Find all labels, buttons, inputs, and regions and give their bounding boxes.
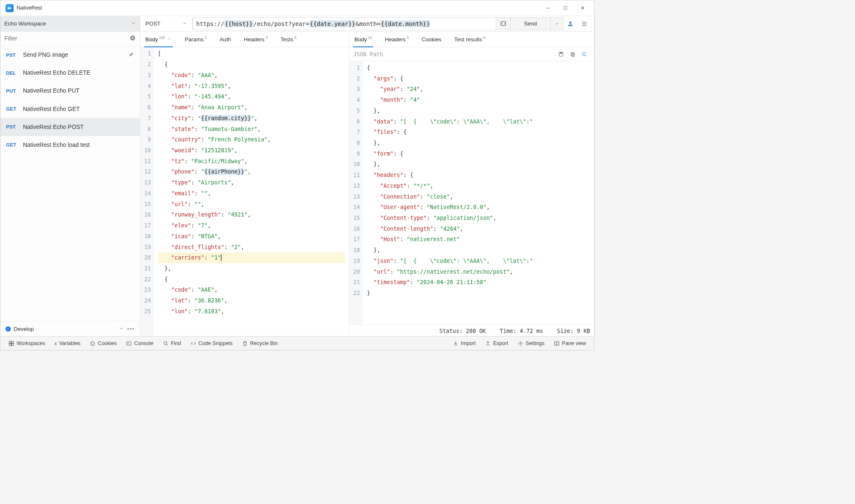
request-name: NativeRest Echo load test <box>23 141 134 148</box>
tab-resp-headers[interactable]: Headers 5 <box>384 32 410 47</box>
request-item[interactable]: DELNativeRest Echo DELETE <box>0 64 140 82</box>
save-icon[interactable] <box>555 51 567 57</box>
send-button[interactable]: Send <box>511 17 551 30</box>
generate-code-icon[interactable] <box>496 17 511 30</box>
minimize-button[interactable]: ─ <box>539 2 557 14</box>
request-name: NativeRest Echo POST <box>23 123 134 130</box>
account-icon[interactable] <box>564 17 577 30</box>
sidebar: PSTSend PNG imageDELNativeRest Echo DELE… <box>0 32 140 336</box>
bb-settings[interactable]: Settings <box>513 340 549 347</box>
svg-rect-5 <box>571 53 574 55</box>
request-list: PSTSend PNG imageDELNativeRest Echo DELE… <box>0 46 140 321</box>
response-pane: Body 24 Headers 5 Cookies Test results 8 <box>349 32 594 336</box>
method-label: POST <box>145 20 160 27</box>
send-dropdown[interactable] <box>551 17 564 30</box>
request-item[interactable]: PSTSend PNG image <box>0 46 140 64</box>
bb-variables[interactable]: xVariables <box>50 340 85 347</box>
svg-rect-6 <box>572 53 574 56</box>
request-item[interactable]: GETNativeRest Echo GET <box>0 100 140 118</box>
bb-workspaces[interactable]: Workspaces <box>4 340 50 347</box>
format-icon[interactable] <box>579 51 590 57</box>
svg-rect-7 <box>9 341 11 343</box>
request-name: Send PNG image <box>23 52 129 58</box>
tab-resp-cookies[interactable]: Cookies <box>420 32 443 47</box>
bottombar: Workspaces xVariables Cookies Console Fi… <box>0 336 594 350</box>
tab-headers[interactable]: Headers 3 <box>243 32 269 47</box>
bb-snippets[interactable]: Code Snippets <box>186 340 238 347</box>
app-icon <box>5 4 13 12</box>
svg-point-14 <box>93 342 94 343</box>
svg-rect-15 <box>127 342 131 345</box>
app-title: NativeRest <box>17 5 42 11</box>
svg-point-16 <box>164 341 167 344</box>
maximize-button[interactable]: ☐ <box>557 2 574 14</box>
bb-console[interactable]: Console <box>121 340 158 347</box>
bb-export[interactable]: Export <box>481 340 513 347</box>
request-name: NativeRest Echo DELETE <box>23 70 134 76</box>
workspace-name: Echo Workspace <box>4 20 46 27</box>
request-pane: Body 192 Params 2 Auth Headers 3 <box>140 32 349 336</box>
svg-rect-4 <box>560 52 562 53</box>
tab-resp-tests[interactable]: Test results 8 <box>453 32 486 47</box>
app-window: NativeRest ─ ☐ ✕ Echo Workspace POST htt… <box>0 0 594 350</box>
bb-paneview[interactable]: Pane view <box>549 340 590 347</box>
request-method: PST <box>6 52 23 58</box>
svg-rect-9 <box>9 343 11 345</box>
chevron-down-icon <box>167 36 172 43</box>
add-request-button[interactable] <box>129 35 136 43</box>
tab-resp-body[interactable]: Body 24 <box>353 32 373 47</box>
more-icon[interactable]: ••• <box>127 325 135 332</box>
svg-point-1 <box>569 21 572 24</box>
request-method: GET <box>6 106 23 112</box>
copy-icon[interactable] <box>567 51 579 57</box>
environment-selector[interactable]: ✓ Develop ••• <box>0 321 140 336</box>
bb-import[interactable]: Import <box>448 340 480 347</box>
request-item[interactable]: GETNativeRest Echo load test <box>0 136 140 154</box>
request-item[interactable]: PUTNativeRest Echo PUT <box>0 82 140 100</box>
tab-body[interactable]: Body 192 <box>144 32 173 47</box>
request-item[interactable]: PSTNativeRest Echo POST <box>0 118 140 136</box>
chevron-down-icon <box>131 20 136 27</box>
request-body-editor[interactable]: 1234567891011121314151617181920212223242… <box>140 47 349 336</box>
hamburger-icon[interactable] <box>577 17 591 30</box>
response-body-viewer[interactable]: 12345678910111213141516171819202122 { "a… <box>349 61 594 325</box>
svg-point-12 <box>92 343 93 343</box>
svg-rect-8 <box>12 341 14 343</box>
response-tabs: Body 24 Headers 5 Cookies Test results 8 <box>349 32 594 48</box>
bb-cookies[interactable]: Cookies <box>85 340 121 347</box>
request-method: DEL <box>6 70 23 76</box>
close-button[interactable]: ✕ <box>574 2 592 14</box>
check-icon: ✓ <box>5 326 11 332</box>
chevron-down-icon <box>119 325 124 332</box>
workspace-selector[interactable]: Echo Workspace <box>0 16 140 31</box>
tab-tests[interactable]: Tests 8 <box>279 32 298 47</box>
request-method: GET <box>6 142 23 148</box>
svg-point-17 <box>520 343 521 344</box>
url-input[interactable]: https://{{host}}/echo/post?year={{date.y… <box>192 17 496 30</box>
svg-point-13 <box>93 343 94 344</box>
filter-row <box>0 32 140 46</box>
method-selector[interactable]: POST <box>140 17 192 30</box>
request-tabs: Body 192 Params 2 Auth Headers 3 <box>140 32 349 48</box>
tab-auth[interactable]: Auth <box>218 32 232 47</box>
request-method: PST <box>6 124 23 130</box>
jsonpath-row: JSON Path <box>349 47 594 61</box>
jsonpath-input[interactable]: JSON Path <box>353 51 383 57</box>
request-name: NativeRest Echo GET <box>23 106 134 112</box>
content: PSTSend PNG imageDELNativeRest Echo DELE… <box>0 32 594 336</box>
request-name: NativeRest Echo PUT <box>23 88 134 94</box>
request-bar: POST https://{{host}}/echo/post?year={{d… <box>140 16 594 31</box>
pin-icon[interactable] <box>129 52 134 58</box>
status-line: Status: 200 OK Time: 4.72 ms Size: 9 KB <box>349 325 594 336</box>
bb-find[interactable]: Find <box>158 340 186 347</box>
tab-params[interactable]: Params 2 <box>184 32 208 47</box>
svg-point-11 <box>91 341 94 345</box>
filter-input[interactable] <box>4 35 129 42</box>
svg-rect-10 <box>12 343 14 345</box>
editor-pane: Body 192 Params 2 Auth Headers 3 <box>140 32 594 336</box>
request-method: PUT <box>6 88 23 94</box>
toolbar: Echo Workspace POST https://{{host}}/ech… <box>0 16 594 32</box>
chevron-down-icon <box>182 20 187 27</box>
titlebar: NativeRest ─ ☐ ✕ <box>0 0 594 16</box>
bb-recycle[interactable]: Recycle Bin <box>237 340 282 347</box>
